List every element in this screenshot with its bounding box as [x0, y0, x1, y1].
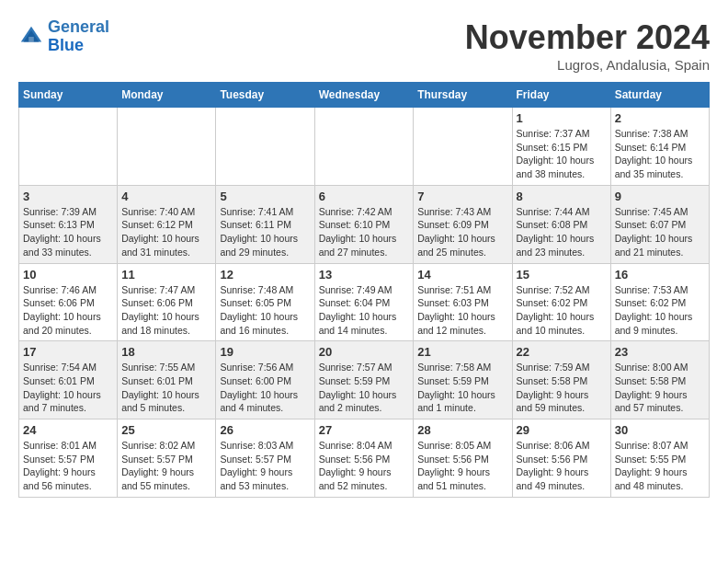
- day-number: 28: [417, 423, 507, 437]
- day-number: 2: [615, 111, 705, 125]
- day-info: Sunrise: 8:04 AM Sunset: 5:56 PM Dayligh…: [319, 439, 410, 493]
- month-title: November 2024: [465, 18, 710, 57]
- day-info: Sunrise: 8:05 AM Sunset: 5:56 PM Dayligh…: [417, 439, 507, 493]
- calendar-cell: 27Sunrise: 8:04 AM Sunset: 5:56 PM Dayli…: [314, 419, 414, 498]
- day-number: 30: [615, 423, 705, 437]
- day-info: Sunrise: 8:07 AM Sunset: 5:55 PM Dayligh…: [615, 439, 705, 493]
- calendar-cell: 6Sunrise: 7:42 AM Sunset: 6:10 PM Daylig…: [314, 185, 414, 263]
- day-number: 8: [517, 190, 607, 203]
- day-info: Sunrise: 7:46 AM Sunset: 6:06 PM Dayligh…: [23, 283, 113, 338]
- day-number: 27: [319, 423, 410, 437]
- page-header: General Blue November 2024 Lugros, Andal…: [18, 18, 710, 73]
- day-number: 22: [517, 345, 607, 359]
- day-info: Sunrise: 7:38 AM Sunset: 6:14 PM Dayligh…: [615, 127, 705, 181]
- calendar-week-4: 17Sunrise: 7:54 AM Sunset: 6:01 PM Dayli…: [19, 341, 710, 419]
- day-number: 20: [319, 345, 410, 359]
- calendar-week-5: 24Sunrise: 8:01 AM Sunset: 5:57 PM Dayli…: [19, 419, 710, 498]
- day-info: Sunrise: 7:54 AM Sunset: 6:01 PM Dayligh…: [23, 361, 113, 415]
- calendar-cell: 23Sunrise: 8:00 AM Sunset: 5:58 PM Dayli…: [610, 341, 709, 419]
- day-number: 17: [23, 345, 113, 359]
- day-info: Sunrise: 7:43 AM Sunset: 6:09 PM Dayligh…: [417, 205, 507, 259]
- day-info: Sunrise: 7:44 AM Sunset: 6:08 PM Dayligh…: [517, 205, 607, 259]
- day-info: Sunrise: 8:01 AM Sunset: 5:57 PM Dayligh…: [23, 439, 113, 493]
- day-number: 18: [121, 345, 211, 359]
- calendar-cell: 19Sunrise: 7:56 AM Sunset: 6:00 PM Dayli…: [216, 341, 314, 419]
- calendar-header-row: SundayMondayTuesdayWednesdayThursdayFrid…: [19, 83, 710, 108]
- day-number: 25: [121, 423, 211, 437]
- day-info: Sunrise: 7:40 AM Sunset: 6:12 PM Dayligh…: [121, 205, 211, 259]
- calendar-cell: 7Sunrise: 7:43 AM Sunset: 6:09 PM Daylig…: [414, 185, 512, 263]
- day-header-monday: Monday: [118, 83, 216, 108]
- calendar-cell: [314, 108, 414, 186]
- day-number: 7: [417, 190, 507, 203]
- day-number: 4: [121, 190, 211, 203]
- day-header-wednesday: Wednesday: [314, 83, 414, 108]
- day-header-friday: Friday: [512, 83, 610, 108]
- calendar-cell: 15Sunrise: 7:52 AM Sunset: 6:02 PM Dayli…: [512, 263, 610, 341]
- calendar-cell: 24Sunrise: 8:01 AM Sunset: 5:57 PM Dayli…: [19, 419, 118, 498]
- calendar-cell: [118, 108, 216, 186]
- calendar-cell: 12Sunrise: 7:48 AM Sunset: 6:05 PM Dayli…: [216, 263, 314, 341]
- calendar: SundayMondayTuesdayWednesdayThursdayFrid…: [18, 82, 710, 498]
- day-info: Sunrise: 7:49 AM Sunset: 6:04 PM Dayligh…: [319, 283, 410, 338]
- day-number: 13: [319, 268, 410, 282]
- day-number: 21: [417, 345, 507, 359]
- day-number: 24: [23, 423, 113, 437]
- day-number: 14: [417, 268, 507, 282]
- day-header-tuesday: Tuesday: [216, 83, 314, 108]
- day-info: Sunrise: 8:00 AM Sunset: 5:58 PM Dayligh…: [615, 361, 705, 415]
- day-info: Sunrise: 7:47 AM Sunset: 6:06 PM Dayligh…: [121, 283, 211, 338]
- day-number: 11: [121, 268, 211, 282]
- calendar-cell: 14Sunrise: 7:51 AM Sunset: 6:03 PM Dayli…: [414, 263, 512, 341]
- day-number: 1: [517, 111, 607, 125]
- day-number: 16: [615, 268, 705, 282]
- calendar-cell: 18Sunrise: 7:55 AM Sunset: 6:01 PM Dayli…: [118, 341, 216, 419]
- day-info: Sunrise: 7:55 AM Sunset: 6:01 PM Dayligh…: [121, 361, 211, 415]
- calendar-cell: 16Sunrise: 7:53 AM Sunset: 6:02 PM Dayli…: [610, 263, 709, 341]
- location: Lugros, Andalusia, Spain: [465, 57, 710, 73]
- calendar-cell: 2Sunrise: 7:38 AM Sunset: 6:14 PM Daylig…: [610, 108, 709, 186]
- day-info: Sunrise: 7:51 AM Sunset: 6:03 PM Dayligh…: [417, 283, 507, 338]
- calendar-cell: [216, 108, 314, 186]
- logo-text: General Blue: [48, 18, 109, 55]
- day-number: 5: [220, 190, 310, 203]
- day-info: Sunrise: 8:03 AM Sunset: 5:57 PM Dayligh…: [220, 439, 310, 493]
- calendar-cell: 10Sunrise: 7:46 AM Sunset: 6:06 PM Dayli…: [19, 263, 118, 341]
- day-number: 19: [220, 345, 310, 359]
- day-number: 6: [319, 190, 410, 203]
- calendar-cell: 17Sunrise: 7:54 AM Sunset: 6:01 PM Dayli…: [19, 341, 118, 419]
- day-header-sunday: Sunday: [19, 83, 118, 108]
- calendar-cell: [19, 108, 118, 186]
- calendar-cell: 28Sunrise: 8:05 AM Sunset: 5:56 PM Dayli…: [414, 419, 512, 498]
- day-info: Sunrise: 7:42 AM Sunset: 6:10 PM Dayligh…: [319, 205, 410, 259]
- day-info: Sunrise: 7:59 AM Sunset: 5:58 PM Dayligh…: [517, 361, 607, 415]
- day-info: Sunrise: 7:41 AM Sunset: 6:11 PM Dayligh…: [220, 205, 310, 259]
- day-number: 15: [517, 268, 607, 282]
- day-number: 9: [615, 190, 705, 203]
- day-info: Sunrise: 7:57 AM Sunset: 5:59 PM Dayligh…: [319, 361, 410, 415]
- day-info: Sunrise: 7:53 AM Sunset: 6:02 PM Dayligh…: [615, 283, 705, 338]
- calendar-cell: [414, 108, 512, 186]
- calendar-cell: 30Sunrise: 8:07 AM Sunset: 5:55 PM Dayli…: [610, 419, 709, 498]
- day-number: 3: [23, 190, 113, 203]
- calendar-cell: 22Sunrise: 7:59 AM Sunset: 5:58 PM Dayli…: [512, 341, 610, 419]
- calendar-cell: 11Sunrise: 7:47 AM Sunset: 6:06 PM Dayli…: [118, 263, 216, 341]
- day-info: Sunrise: 8:06 AM Sunset: 5:56 PM Dayligh…: [517, 439, 607, 493]
- svg-rect-2: [28, 37, 34, 42]
- day-info: Sunrise: 7:37 AM Sunset: 6:15 PM Dayligh…: [517, 127, 607, 181]
- day-number: 26: [220, 423, 310, 437]
- calendar-week-3: 10Sunrise: 7:46 AM Sunset: 6:06 PM Dayli…: [19, 263, 710, 341]
- day-header-thursday: Thursday: [414, 83, 512, 108]
- calendar-cell: 8Sunrise: 7:44 AM Sunset: 6:08 PM Daylig…: [512, 185, 610, 263]
- calendar-cell: 5Sunrise: 7:41 AM Sunset: 6:11 PM Daylig…: [216, 185, 314, 263]
- calendar-cell: 29Sunrise: 8:06 AM Sunset: 5:56 PM Dayli…: [512, 419, 610, 498]
- day-number: 10: [23, 268, 113, 282]
- calendar-cell: 20Sunrise: 7:57 AM Sunset: 5:59 PM Dayli…: [314, 341, 414, 419]
- logo: General Blue: [18, 18, 109, 55]
- day-number: 12: [220, 268, 310, 282]
- calendar-cell: 1Sunrise: 7:37 AM Sunset: 6:15 PM Daylig…: [512, 108, 610, 186]
- day-number: 29: [517, 423, 607, 437]
- calendar-week-1: 1Sunrise: 7:37 AM Sunset: 6:15 PM Daylig…: [19, 108, 710, 186]
- calendar-week-2: 3Sunrise: 7:39 AM Sunset: 6:13 PM Daylig…: [19, 185, 710, 263]
- calendar-cell: 26Sunrise: 8:03 AM Sunset: 5:57 PM Dayli…: [216, 419, 314, 498]
